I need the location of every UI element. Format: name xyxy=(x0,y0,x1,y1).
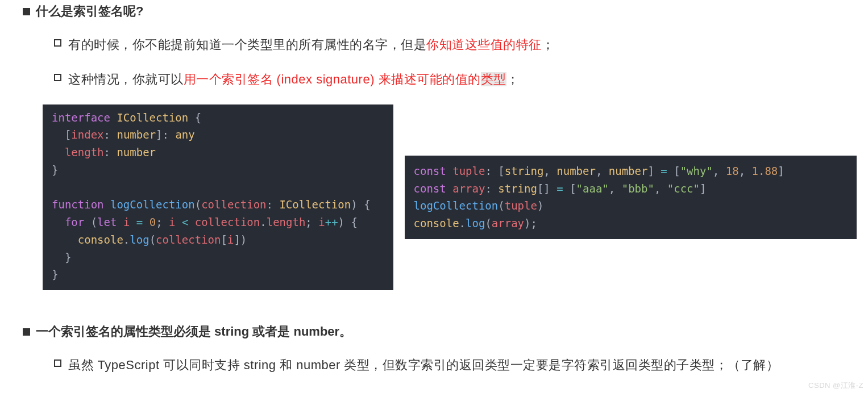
list-item-text: 这种情况，你就可以用一个索引签名 (index signature) 来描述可能… xyxy=(68,69,519,89)
bullet-square-hollow-icon xyxy=(54,39,61,47)
section-1-heading: 什么是索引签名呢? xyxy=(23,1,857,21)
watermark: CSDN @江淮-Z xyxy=(808,381,863,391)
section-1-list: 有的时候，你不能提前知道一个类型里的所有属性的名字，但是你知道这些值的特征； 这… xyxy=(54,35,857,89)
list-item: 这种情况，你就可以用一个索引签名 (index signature) 来描述可能… xyxy=(54,69,857,89)
code-block-left: interface ICollection { [index: number]:… xyxy=(43,104,393,291)
bullet-square-hollow-icon xyxy=(54,74,61,81)
heading-text: 一个索引签名的属性类型必须是 string 或者是 number。 xyxy=(36,321,352,341)
section-1: 什么是索引签名呢? 有的时候，你不能提前知道一个类型里的所有属性的名字，但是你知… xyxy=(23,1,857,90)
bullet-square-solid-icon xyxy=(23,8,30,15)
bullet-square-hollow-icon xyxy=(54,359,61,367)
code-block-right: const tuple: [string, number, number] = … xyxy=(405,156,857,239)
article-content: 什么是索引签名呢? 有的时候，你不能提前知道一个类型里的所有属性的名字，但是你知… xyxy=(0,1,868,393)
section-2: 一个索引签名的属性类型必须是 string 或者是 number。 虽然 Typ… xyxy=(23,321,857,375)
heading-text: 什么是索引签名呢? xyxy=(36,1,143,21)
list-item: 虽然 TypeScript 可以同时支持 string 和 number 类型，… xyxy=(54,355,857,375)
section-2-list: 虽然 TypeScript 可以同时支持 string 和 number 类型，… xyxy=(54,355,857,375)
list-item-text: 虽然 TypeScript 可以同时支持 string 和 number 类型，… xyxy=(68,355,779,375)
section-2-heading: 一个索引签名的属性类型必须是 string 或者是 number。 xyxy=(23,321,857,341)
list-item: 有的时候，你不能提前知道一个类型里的所有属性的名字，但是你知道这些值的特征； xyxy=(54,35,857,55)
list-item-text: 有的时候，你不能提前知道一个类型里的所有属性的名字，但是你知道这些值的特征； xyxy=(68,35,554,55)
bullet-square-solid-icon xyxy=(23,328,30,336)
code-row: interface ICollection { [index: number]:… xyxy=(43,104,857,291)
